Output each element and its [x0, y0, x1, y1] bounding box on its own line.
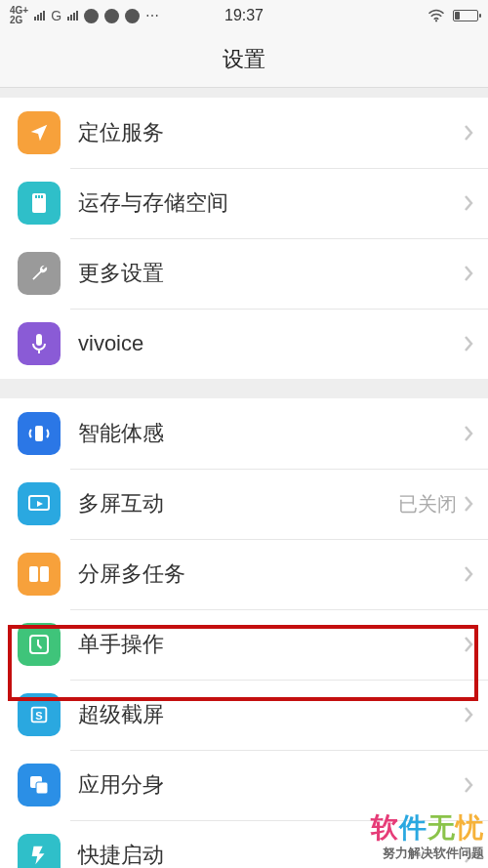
row-label: 超级截屏	[78, 700, 463, 729]
svg-rect-5	[36, 334, 42, 346]
storage-icon	[18, 182, 61, 225]
row-vivoice[interactable]: vivoice	[0, 309, 488, 379]
svg-point-0	[435, 20, 437, 21]
chevron-right-icon	[463, 635, 474, 654]
chevron-right-icon	[463, 494, 474, 514]
row-one-hand[interactable]: 单手操作	[0, 609, 488, 680]
watermark-subtitle: 努力解决软件问题	[383, 845, 484, 862]
chevron-right-icon	[463, 123, 474, 143]
watermark-title: 软件无忧	[371, 809, 484, 847]
phone-motion-icon	[18, 412, 61, 455]
network-g-label: G	[51, 8, 61, 23]
chevron-right-icon	[463, 193, 474, 213]
svg-rect-4	[41, 195, 43, 198]
status-app-icon-3	[125, 9, 140, 23]
svg-rect-6	[35, 426, 43, 441]
row-value: 已关闭	[398, 491, 457, 517]
chevron-right-icon	[463, 705, 474, 724]
svg-rect-2	[35, 195, 37, 198]
signal-icon-1	[34, 11, 45, 21]
screenshot-icon: S	[18, 693, 61, 736]
battery-icon	[453, 10, 478, 21]
row-label: 应用分身	[78, 770, 463, 800]
row-label: 运存与存储空间	[78, 188, 463, 218]
svg-text:S: S	[35, 710, 42, 722]
row-label: 更多设置	[78, 259, 463, 288]
microphone-icon	[18, 322, 61, 365]
quick-launch-icon	[18, 834, 61, 868]
settings-group-2: 智能体感 多屏互动 已关闭 分屏多任务 单手操作 S 超级截屏	[0, 398, 488, 868]
row-label: vivoice	[78, 331, 463, 356]
status-dots-icon: ⋯	[145, 8, 159, 23]
chevron-right-icon	[463, 775, 474, 795]
location-icon	[18, 111, 61, 154]
svg-rect-9	[40, 566, 49, 582]
row-label: 智能体感	[78, 419, 463, 448]
row-location[interactable]: 定位服务	[0, 98, 488, 168]
row-label: 多屏互动	[78, 489, 398, 518]
row-label: 单手操作	[78, 630, 463, 659]
row-motion-sensing[interactable]: 智能体感	[0, 398, 488, 469]
row-label: 分屏多任务	[78, 559, 463, 589]
status-app-icon-1	[84, 9, 99, 23]
row-storage[interactable]: 运存与存储空间	[0, 168, 488, 238]
network-4g-label: 4G+ 2G	[10, 6, 28, 25]
row-multiscreen[interactable]: 多屏互动 已关闭	[0, 469, 488, 539]
split-icon	[18, 553, 61, 596]
row-more-settings[interactable]: 更多设置	[0, 238, 488, 309]
status-app-icon-2	[104, 9, 119, 23]
status-time: 19:37	[224, 7, 264, 24]
chevron-right-icon	[463, 264, 474, 283]
svg-rect-14	[36, 782, 48, 794]
status-right	[427, 9, 478, 22]
watermark: 软件无忧 努力解决软件问题	[371, 809, 484, 862]
signal-icon-2	[67, 11, 78, 21]
row-label: 定位服务	[78, 118, 463, 147]
hand-icon	[18, 623, 61, 666]
cast-icon	[18, 482, 61, 525]
svg-rect-8	[29, 566, 38, 582]
svg-rect-3	[38, 195, 40, 198]
page-title: 设置	[0, 31, 488, 88]
status-left: 4G+ 2G G ⋯	[10, 6, 159, 25]
clone-icon	[18, 764, 61, 806]
chevron-right-icon	[463, 564, 474, 584]
wifi-icon	[427, 9, 445, 22]
chevron-right-icon	[463, 334, 474, 353]
row-split-screen[interactable]: 分屏多任务	[0, 539, 488, 609]
settings-group-1: 定位服务 运存与存储空间 更多设置 vivoice	[0, 98, 488, 379]
row-super-screenshot[interactable]: S 超级截屏	[0, 680, 488, 750]
wrench-icon	[18, 252, 61, 295]
chevron-right-icon	[463, 424, 474, 443]
status-bar: 4G+ 2G G ⋯ 19:37	[0, 0, 488, 31]
